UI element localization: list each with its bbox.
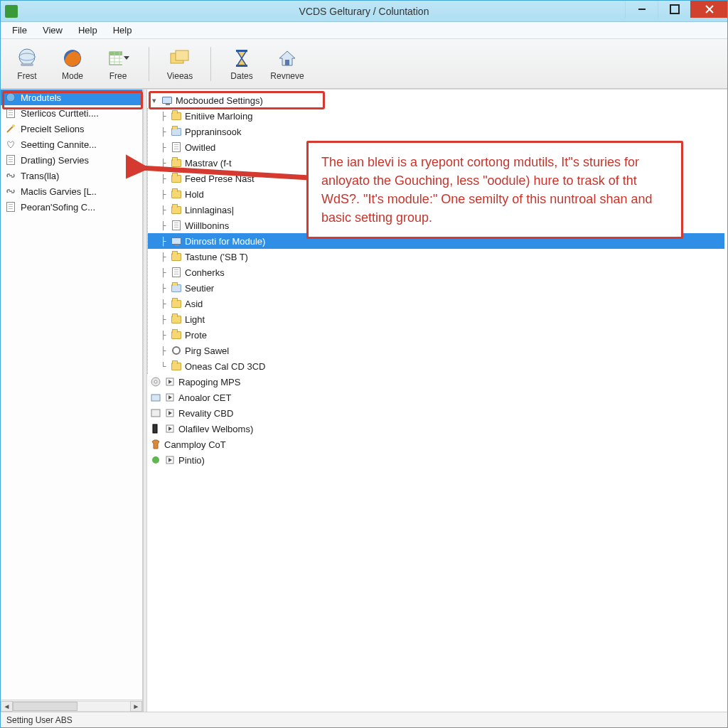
tree-item[interactable]: ├Enitiive Marloing (148, 108, 724, 124)
tree-item[interactable]: Anoalor CET (147, 390, 724, 405)
scroll-thumb[interactable] (13, 702, 77, 711)
sidebar-item-label: Trans(lla) (21, 171, 59, 181)
tool-mode[interactable]: Mode (52, 45, 93, 83)
tree-item[interactable]: Revality CBD (147, 405, 724, 421)
chevron-down-icon (124, 56, 129, 60)
scroll-track[interactable] (13, 701, 130, 712)
close-button[interactable] (690, 1, 727, 18)
tree-branch: ├ (159, 284, 168, 292)
maximize-button[interactable] (658, 1, 690, 18)
tree-branch: ├ (159, 268, 168, 277)
expander-icon[interactable]: ▾ (150, 96, 159, 105)
folder-icon (171, 251, 182, 262)
tree-branch: ├ (159, 112, 168, 120)
tree-item[interactable]: ├Pppraninsook (148, 124, 724, 139)
svg-point-19 (154, 380, 157, 383)
tool-frest[interactable]: Frest (6, 45, 48, 83)
tool-frest-label: Frest (17, 71, 36, 81)
svg-point-0 (19, 49, 35, 65)
monitor-icon (161, 95, 173, 106)
wand-icon (5, 123, 16, 134)
tree-label: Feed Prese Nast (185, 173, 255, 184)
scroll-left-button[interactable]: ◄ (1, 701, 13, 712)
sidebar-item-label: Mrodutels (21, 92, 61, 103)
folder-icon (171, 314, 182, 325)
folders-icon (168, 47, 191, 70)
svg-rect-14 (285, 60, 289, 65)
tree-label: Rapoging MPS (178, 377, 240, 387)
tool-vieeas[interactable]: Vieeas (159, 45, 200, 83)
page-icon (171, 141, 182, 153)
sidebar-item-sterlicos[interactable]: Sterlicos Curtteti.... (1, 105, 142, 121)
svg-point-17 (12, 124, 15, 127)
menu-help[interactable]: Help (71, 23, 105, 37)
hourglass-icon (230, 47, 253, 70)
sidebar-horizontal-scrollbar[interactable]: ◄ ► (1, 700, 142, 712)
tree-item[interactable]: ├Prote (148, 327, 724, 343)
sidebar-item-dratling[interactable]: Dratling) Servies (1, 152, 142, 168)
toolbar-separator (149, 47, 149, 81)
tool-free[interactable]: Free (97, 45, 139, 83)
tree-item[interactable]: ├Tastune ('SB T) (148, 249, 724, 264)
tree-item[interactable]: ├Asid (148, 296, 724, 311)
tree-branch: └ (159, 362, 168, 370)
menu-file[interactable]: File (5, 23, 34, 37)
spreadsheet-icon (107, 47, 129, 70)
folder-icon (171, 126, 182, 137)
folder-icon (171, 298, 182, 309)
sidebar-item-seetting[interactable]: Seetting Cannite... (1, 136, 142, 152)
svg-rect-11 (176, 50, 188, 60)
tree-branch: ├ (159, 315, 168, 323)
sidebar-item-maclis[interactable]: Maclis Garvies [L.. (1, 183, 142, 199)
svg-rect-25 (153, 424, 157, 433)
menu-help-2[interactable]: Help (106, 23, 139, 37)
tool-dates[interactable]: Dates (221, 45, 262, 83)
tree-item[interactable]: ├Pirg Sawel (148, 343, 724, 358)
device-icon (150, 423, 161, 434)
tree-root[interactable]: ▾ Mocbouded Settings) (147, 92, 724, 108)
folder-icon (171, 157, 182, 168)
status-text: Setting User ABS (6, 715, 73, 725)
sidebar-item-mrodutels[interactable]: Mrodutels (1, 90, 142, 105)
play-icon (164, 376, 176, 387)
sidebar-item-label: Precielt Selions (21, 124, 85, 134)
annotation-callout: The ian blevi is a ryepont cortong mduti… (306, 141, 683, 239)
menu-view[interactable]: View (36, 23, 70, 37)
firefox-icon (61, 47, 84, 70)
tree-label: Linnlaginas| (185, 205, 234, 215)
tree-label: Pirg Sawel (185, 346, 229, 356)
tree-item[interactable]: ├Seutier (148, 280, 724, 296)
folder-icon (171, 329, 182, 341)
tree-label: Prote (185, 330, 207, 341)
tree-branch: ├ (159, 143, 168, 151)
toolbar-separator-2 (210, 47, 211, 81)
sidebar-item-precielt[interactable]: Precielt Selions (1, 121, 142, 136)
tree-item[interactable]: ├Conherks (148, 264, 724, 280)
folder-icon (171, 282, 182, 294)
tree-item[interactable]: └Oneas Cal CD 3CD (148, 358, 724, 374)
sidebar-item-label: Sterlicos Curtteti.... (21, 108, 99, 119)
scroll-right-button[interactable]: ► (130, 701, 142, 712)
tree-branch: ├ (159, 159, 168, 167)
sidebar-item-peoran[interactable]: Peoran'Sofing C... (1, 199, 142, 215)
content-area: Mrodutels Sterlicos Curtteti.... Preciel… (1, 89, 727, 712)
sidebar-item-trans[interactable]: Trans(lla) (1, 168, 142, 183)
tree-item[interactable]: Pintio) (147, 452, 724, 468)
tree-item[interactable]: ├Light (148, 311, 724, 327)
window-controls (625, 1, 727, 21)
tool-free-label: Free (109, 71, 127, 81)
tree-item[interactable]: Rapoging MPS (147, 374, 724, 390)
tree-item[interactable]: Canmploy CoT (147, 437, 724, 452)
tool-dates-label: Dates (230, 71, 252, 81)
tree-label: Hold (185, 189, 204, 200)
svg-point-27 (152, 456, 159, 464)
tree-item[interactable]: Olafilev Welboms) (147, 421, 724, 437)
tree-branch: ├ (159, 237, 168, 245)
tree-branch: ├ (159, 299, 168, 308)
tree-label: Olafilev Welboms) (178, 424, 253, 434)
tree-branch: ├ (159, 346, 168, 355)
app-icon (5, 5, 18, 18)
minimize-button[interactable] (625, 1, 658, 18)
svg-rect-13 (236, 65, 247, 67)
tool-revneve[interactable]: Revneve (267, 45, 308, 83)
